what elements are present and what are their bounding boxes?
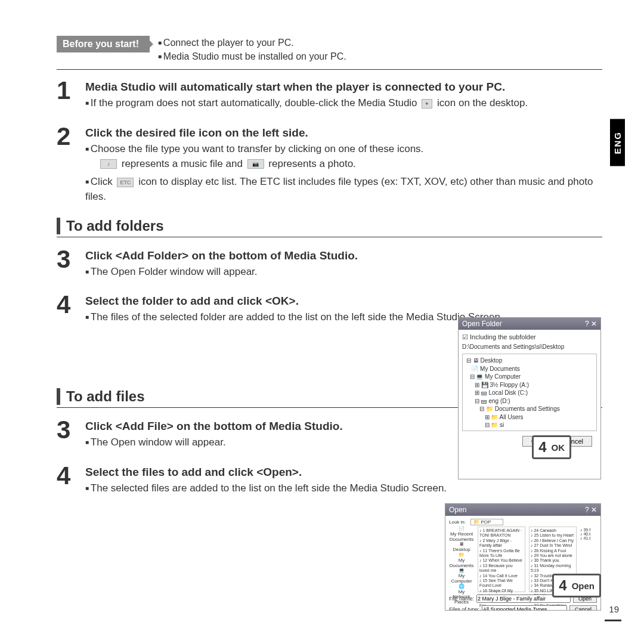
lang-tab: ENG bbox=[610, 119, 625, 166]
step2-b2: Click ETC icon to display etc list. The … bbox=[85, 175, 602, 204]
step1-title: Media Studio will automatically start wh… bbox=[85, 80, 602, 94]
divider bbox=[57, 237, 602, 237]
callout-4-ok: 4 OK bbox=[532, 435, 571, 459]
media-studio-icon: ✦ bbox=[422, 99, 432, 109]
step1-b1: If the program does not start automatica… bbox=[85, 96, 602, 111]
callout-4-open: 4 Open bbox=[552, 574, 601, 597]
page-number: 19 bbox=[609, 604, 619, 614]
etc-icon: ETC bbox=[117, 178, 134, 187]
step4a-title: Select the folder to add and click <OK>. bbox=[85, 295, 602, 308]
step-3a: 3 Click <Add Folder> on the bottom of Me… bbox=[57, 247, 602, 283]
music-file-icon: ♪ bbox=[100, 159, 117, 169]
step2-title: Click the desired file icon on the left … bbox=[85, 126, 602, 140]
open-folder-dialog: Open Folder ? ✕ ☑ Including the subfolde… bbox=[458, 317, 601, 479]
folder-path: D:\Documents and Settings\si\Desktop bbox=[462, 343, 597, 350]
step3a-b1: The Open Folder window will appear. bbox=[85, 265, 602, 280]
filetype-input[interactable] bbox=[482, 605, 567, 610]
step-num-4b: 4 bbox=[57, 463, 76, 500]
dialog-title: Open Folder bbox=[462, 320, 502, 328]
lookin-combo[interactable]: 📁 POP bbox=[470, 519, 503, 525]
divider bbox=[57, 69, 602, 70]
before-b2: Media Studio must be installed on your P… bbox=[158, 49, 346, 63]
before-row: Before you start! Connect the player to … bbox=[57, 36, 602, 63]
include-subfolder-checkbox[interactable]: ☑ Including the subfolder bbox=[462, 333, 597, 341]
page-line bbox=[605, 620, 621, 621]
step-num-3b: 3 bbox=[57, 417, 76, 454]
photo-file-icon: 📷 bbox=[247, 159, 264, 169]
step3a-title: Click <Add Folder> on the bottom of Medi… bbox=[85, 249, 602, 262]
before-b1: Connect the player to your PC. bbox=[158, 36, 346, 49]
step-2: 2 Click the desired file icon on the lef… bbox=[57, 124, 602, 208]
step-num-3a: 3 bbox=[57, 247, 76, 283]
before-badge: Before you start! bbox=[57, 36, 150, 52]
step-num-4a: 4 bbox=[57, 292, 76, 329]
cancel-button[interactable]: Cancel bbox=[569, 605, 597, 610]
dialog-help-close[interactable]: ? ✕ bbox=[585, 506, 597, 514]
dialog-help-close[interactable]: ? ✕ bbox=[585, 320, 597, 328]
step2-b1: Choose the file type you want to transfe… bbox=[85, 142, 602, 171]
step-1: 1 Media Studio will automatically start … bbox=[57, 78, 602, 114]
step4b-b1: The selected files are added to the list… bbox=[85, 481, 602, 496]
step-num-1: 1 bbox=[57, 78, 76, 114]
step-num-2: 2 bbox=[57, 124, 76, 208]
dialog-title: Open bbox=[449, 506, 466, 514]
folder-tree[interactable]: ⊟ 🖥 Desktop 📄 My Documents ⊟ 💻 My Comput… bbox=[462, 354, 597, 431]
section-folders: To add folders bbox=[57, 218, 602, 234]
